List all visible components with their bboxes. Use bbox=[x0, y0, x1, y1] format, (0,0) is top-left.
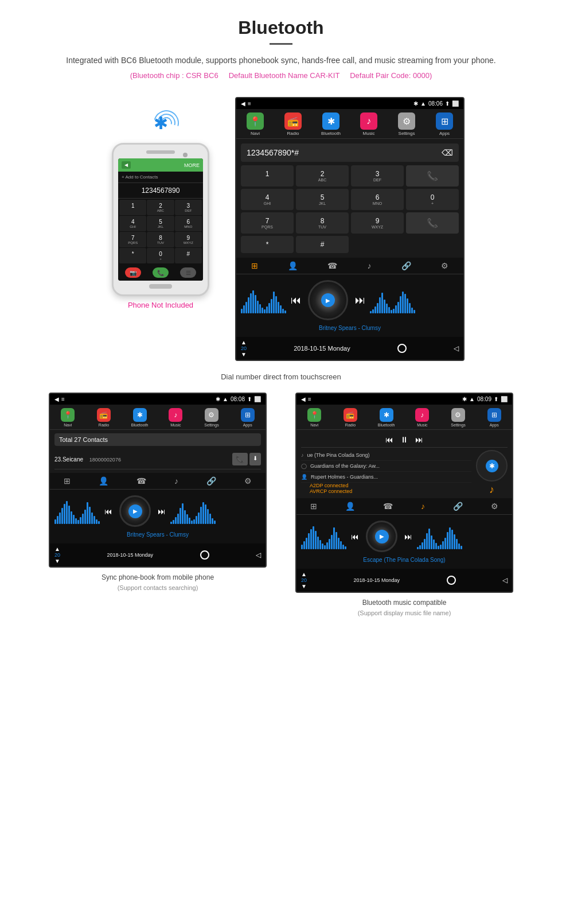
cu-playlist-back-icon[interactable]: ◀ bbox=[301, 396, 306, 402]
phone-end-call-button[interactable]: 📷 bbox=[125, 267, 141, 278]
cu-contacts-nav-settings[interactable]: ⚙ bbox=[244, 476, 252, 486]
cu-pl-nav-menu[interactable]: ⊞ bbox=[310, 502, 317, 511]
cu-contacts-music[interactable]: ♪ Music bbox=[158, 405, 194, 429]
cu-contacts-prev[interactable]: ⏮ bbox=[104, 507, 112, 516]
cu-pl-radio[interactable]: 📻 Radio bbox=[333, 405, 369, 429]
cu-contact-call-button[interactable]: 📞 bbox=[232, 453, 248, 465]
phone-key-0[interactable]: 0+ bbox=[147, 248, 174, 263]
cu-next-button[interactable]: ⏭ bbox=[355, 294, 365, 306]
cu-key-5[interactable]: 5JKL bbox=[296, 189, 349, 210]
cu-end-call-button[interactable]: 📞 bbox=[406, 212, 459, 234]
cu-nav-person-icon[interactable]: 👤 bbox=[288, 261, 298, 270]
cu-call-button[interactable]: 📞 bbox=[406, 165, 459, 187]
cu-pl-nav-phone[interactable]: ☎ bbox=[383, 502, 393, 511]
cu-contacts-apps[interactable]: ⊞ Apps bbox=[229, 405, 266, 429]
phone-key-9[interactable]: 9WXYZ bbox=[175, 232, 202, 247]
cu-app-bluetooth[interactable]: ✱ Bluetooth bbox=[312, 109, 350, 138]
phone-key-5[interactable]: 5JKL bbox=[147, 216, 174, 231]
cu-nav-menu-icon[interactable]: ⊞ bbox=[251, 261, 258, 270]
cu-contacts-navi[interactable]: 📍 Navi bbox=[50, 405, 86, 429]
cu-key-star[interactable]: * bbox=[241, 236, 294, 253]
cu-back-icon[interactable]: ◀ bbox=[241, 100, 245, 107]
cu-key-9[interactable]: 9WXYZ bbox=[351, 212, 404, 234]
cu-playlist-item-3[interactable]: 👤 Rupert Holmes - Guardians... bbox=[301, 472, 471, 483]
cu-back-triangle[interactable]: ◁ bbox=[454, 344, 459, 352]
cu-pl-play-button[interactable]: ▶ bbox=[375, 530, 389, 543]
cu-pl-apps[interactable]: ⊞ Apps bbox=[476, 405, 512, 429]
cu-contacts-nav-music[interactable]: ♪ bbox=[174, 476, 178, 486]
cu-contacts-back[interactable]: ◁ bbox=[256, 551, 261, 559]
phone-call-button[interactable]: 📞 bbox=[153, 267, 169, 278]
cu-contacts-settings[interactable]: ⚙ Settings bbox=[194, 405, 230, 429]
cu-contacts-nav-up[interactable]: ▲ bbox=[54, 546, 60, 552]
cu-contacts-play[interactable]: ▶ bbox=[128, 504, 142, 518]
cu-pl-play[interactable]: ⏸ bbox=[400, 435, 408, 444]
phone-key-7[interactable]: 7PQRS bbox=[119, 232, 146, 247]
cu-contacts-nav-phone[interactable]: ☎ bbox=[136, 476, 146, 486]
cu-key-0[interactable]: 0+ bbox=[406, 189, 459, 210]
cu-prev-button[interactable]: ⏮ bbox=[291, 294, 301, 306]
cu-playlist-item-1[interactable]: ♪ ue (The Pina Colada Song) bbox=[301, 450, 471, 461]
cu-play-button[interactable]: ▶ bbox=[321, 293, 335, 307]
cu-playlist-item-2[interactable]: ◯ Guardians of the Galaxy: Aw... bbox=[301, 461, 471, 472]
phone-key-1[interactable]: 1 bbox=[119, 200, 146, 215]
cu-pl-nav-up[interactable]: ▲ bbox=[301, 571, 307, 577]
cu-nav-settings-icon[interactable]: ⚙ bbox=[441, 261, 448, 270]
cu-pl-prev[interactable]: ⏮ bbox=[385, 435, 393, 444]
cu-nav-link-icon[interactable]: 🔗 bbox=[401, 261, 411, 270]
cu-pl-home[interactable] bbox=[447, 576, 456, 585]
cu-app-radio[interactable]: 📻 Radio bbox=[274, 109, 312, 138]
cu-nav-music-icon[interactable]: ♪ bbox=[368, 261, 372, 270]
cu-key-hash[interactable]: # bbox=[296, 236, 349, 253]
cu-pl-nav-settings[interactable]: ⚙ bbox=[491, 502, 498, 511]
cu-backspace-icon[interactable]: ⌫ bbox=[442, 148, 453, 157]
phone-back-button[interactable]: ◀ bbox=[122, 161, 131, 169]
phone-home-button[interactable] bbox=[149, 284, 172, 289]
cu-app-music[interactable]: ♪ Music bbox=[350, 109, 388, 138]
phone-key-2[interactable]: 2ABC bbox=[147, 200, 174, 215]
cu-pl-music[interactable]: ♪ Music bbox=[404, 405, 440, 429]
cu-pl-nav-person[interactable]: 👤 bbox=[345, 502, 355, 511]
phone-add-contact[interactable]: + Add to Contacts bbox=[118, 172, 203, 183]
phone-key-4[interactable]: 4GHI bbox=[119, 216, 146, 231]
cu-pl-settings[interactable]: ⚙ Settings bbox=[440, 405, 477, 429]
cu-contacts-nav-down[interactable]: ▼ bbox=[54, 558, 60, 564]
cu-contact-download-button[interactable]: ⬇ bbox=[249, 453, 261, 465]
phone-key-star[interactable]: * bbox=[119, 248, 146, 263]
cu-contacts-next[interactable]: ⏭ bbox=[158, 507, 166, 516]
phone-contacts-button[interactable]: ☰ bbox=[180, 267, 196, 278]
cu-key-1[interactable]: 1 bbox=[241, 165, 294, 187]
cu-pl-navi[interactable]: 📍 Navi bbox=[296, 405, 333, 429]
cu-nav-down-icon[interactable]: ▼ bbox=[241, 351, 247, 358]
cu-pl-nav-down[interactable]: ▼ bbox=[301, 583, 307, 589]
cu-key-7[interactable]: 7PQRS bbox=[241, 212, 294, 234]
cu-contacts-home[interactable] bbox=[200, 550, 209, 560]
cu-app-apps[interactable]: ⊞ Apps bbox=[426, 109, 463, 138]
cu-key-8[interactable]: 8TUV bbox=[296, 212, 349, 234]
cu-key-4[interactable]: 4GHI bbox=[241, 189, 294, 210]
cu-home-circle[interactable] bbox=[397, 344, 407, 353]
cu-pl-back[interactable]: ◁ bbox=[502, 576, 508, 584]
phone-key-8[interactable]: 8TUV bbox=[147, 232, 174, 247]
cu-pl-ctrl-next[interactable]: ⏭ bbox=[404, 532, 412, 541]
cu-key-6[interactable]: 6MNO bbox=[351, 189, 404, 210]
cu-pl-next[interactable]: ⏭ bbox=[415, 435, 423, 444]
cu-contacts-nav-link[interactable]: 🔗 bbox=[206, 476, 216, 486]
cu-contacts-radio[interactable]: 📻 Radio bbox=[86, 405, 122, 429]
cu-contacts-bt[interactable]: ✱ Bluetooth bbox=[122, 405, 158, 429]
phone-key-6[interactable]: 6MNO bbox=[175, 216, 202, 231]
cu-app-navi[interactable]: 📍 Navi bbox=[236, 109, 274, 138]
phone-key-hash[interactable]: # bbox=[175, 248, 202, 263]
cu-app-settings[interactable]: ⚙ Settings bbox=[388, 109, 426, 138]
phone-key-3[interactable]: 3DEF bbox=[175, 200, 202, 215]
cu-nav-phone-icon[interactable]: ☎ bbox=[327, 261, 337, 270]
cu-contacts-nav-menu[interactable]: ⊞ bbox=[64, 476, 71, 486]
cu-contacts-back-icon[interactable]: ◀ bbox=[54, 396, 59, 402]
cu-pl-nav-music[interactable]: ♪ bbox=[421, 502, 425, 511]
cu-contacts-nav-person[interactable]: 👤 bbox=[99, 476, 108, 486]
cu-key-2[interactable]: 2ABC bbox=[296, 165, 349, 187]
cu-pl-nav-link[interactable]: 🔗 bbox=[453, 502, 463, 511]
cu-pl-ctrl-prev[interactable]: ⏮ bbox=[351, 532, 359, 541]
cu-nav-up-icon[interactable]: ▲ bbox=[241, 339, 247, 345]
cu-contacts-search[interactable]: Total 27 Contacts bbox=[54, 433, 261, 446]
